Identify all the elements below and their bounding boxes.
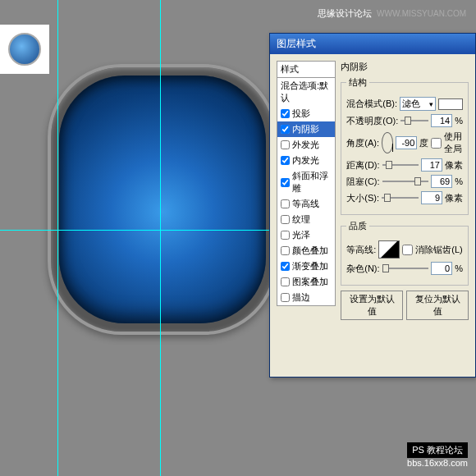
style-label: 图案叠加 (292, 276, 328, 288)
style-item[interactable]: 混合选项:默认 (277, 78, 335, 106)
style-checkbox[interactable] (281, 140, 290, 149)
choke-input[interactable] (431, 175, 452, 188)
style-label: 投影 (292, 108, 310, 120)
style-item[interactable]: 斜面和浮雕 (277, 168, 335, 196)
thumbnail-icon (8, 33, 41, 66)
noise-input[interactable] (431, 262, 452, 275)
noise-label: 杂色(N): (346, 263, 379, 275)
style-item[interactable]: 投影 (277, 106, 335, 121)
style-item[interactable]: 描边 (277, 290, 335, 305)
thumbnail (0, 25, 49, 74)
size-input[interactable] (421, 191, 442, 204)
distance-input[interactable] (421, 158, 442, 172)
bottom-watermark: PS 教程论坛 bbs.16xx8.com (407, 442, 468, 468)
choke-slider[interactable] (382, 181, 429, 182)
style-checkbox[interactable] (281, 262, 290, 271)
style-label: 混合选项:默认 (281, 80, 332, 104)
style-label: 渐变叠加 (292, 260, 328, 272)
style-item[interactable]: 等高线 (277, 196, 335, 212)
structure-group: 结构 混合模式(B): 滤色 不透明度(O): % 角度(A): 度 (341, 76, 469, 215)
style-item[interactable]: 颜色叠加 (277, 243, 335, 259)
angle-dial[interactable] (382, 132, 393, 153)
antialias-checkbox[interactable] (402, 245, 413, 255)
contour-label: 等高线: (346, 244, 376, 256)
canvas-shape-inner (59, 76, 266, 323)
style-label: 等高线 (292, 198, 319, 210)
opacity-input[interactable] (431, 114, 452, 127)
style-checkbox[interactable] (281, 215, 290, 224)
style-item[interactable]: 内发光 (277, 153, 335, 168)
styles-list: 混合选项:默认投影内阴影外发光内发光斜面和浮雕等高线纹理光泽颜色叠加渐变叠加图案… (277, 78, 336, 306)
style-checkbox[interactable] (281, 246, 290, 255)
layer-style-dialog: 图层样式 样式 混合选项:默认投影内阴影外发光内发光斜面和浮雕等高线纹理光泽颜色… (269, 33, 476, 378)
style-checkbox[interactable] (281, 125, 290, 134)
style-label: 描边 (292, 291, 310, 304)
guide-vertical-2 (57, 0, 58, 476)
style-item[interactable]: 内阴影 (277, 121, 335, 137)
styles-header[interactable]: 样式 (277, 61, 336, 78)
style-label: 光泽 (292, 229, 310, 241)
guide-vertical (160, 0, 161, 476)
style-label: 颜色叠加 (292, 245, 328, 257)
angle-label: 角度(A): (346, 137, 379, 149)
panel-title: 内阴影 (341, 61, 469, 73)
top-watermark: 思缘设计论坛WWW.MISSYUAN.COM (318, 7, 466, 20)
style-item[interactable]: 渐变叠加 (277, 259, 335, 274)
style-label: 内发光 (292, 154, 319, 167)
color-swatch[interactable] (438, 98, 463, 110)
size-slider[interactable] (382, 197, 419, 199)
size-label: 大小(S): (346, 192, 379, 204)
distance-label: 距离(D): (346, 159, 379, 172)
style-item[interactable]: 光泽 (277, 227, 335, 243)
style-checkbox[interactable] (281, 231, 290, 240)
style-label: 内阴影 (292, 123, 319, 135)
canvas-shape-outer (48, 64, 277, 335)
style-checkbox[interactable] (281, 277, 290, 286)
reset-default-button[interactable]: 复位为默认值 (406, 291, 469, 320)
opacity-label: 不透明度(O): (346, 115, 398, 127)
settings-panel: 内阴影 结构 混合模式(B): 滤色 不透明度(O): % 角度(A): (341, 61, 469, 320)
blend-label: 混合模式(B): (346, 98, 397, 110)
style-checkbox[interactable] (281, 178, 290, 187)
style-item[interactable]: 外发光 (277, 137, 335, 153)
style-checkbox[interactable] (281, 293, 290, 302)
style-label: 纹理 (292, 213, 310, 226)
style-item[interactable]: 纹理 (277, 212, 335, 227)
opacity-slider[interactable] (400, 120, 428, 121)
styles-panel: 样式 混合选项:默认投影内阴影外发光内发光斜面和浮雕等高线纹理光泽颜色叠加渐变叠… (277, 61, 336, 320)
style-checkbox[interactable] (281, 109, 290, 118)
angle-input[interactable] (396, 136, 417, 149)
quality-group: 品质 等高线: 消除锯齿(L) 杂色(N): % (341, 220, 469, 286)
global-light-checkbox[interactable] (431, 138, 442, 149)
distance-slider[interactable] (382, 164, 419, 166)
style-checkbox[interactable] (281, 156, 290, 165)
style-checkbox[interactable] (281, 199, 290, 208)
set-default-button[interactable]: 设置为默认值 (341, 291, 403, 320)
style-label: 斜面和浮雕 (292, 170, 332, 195)
style-item[interactable]: 图案叠加 (277, 274, 335, 290)
noise-slider[interactable] (382, 268, 429, 269)
blend-mode-dropdown[interactable]: 滤色 (400, 97, 436, 111)
choke-label: 阻塞(C): (346, 176, 379, 188)
dialog-title[interactable]: 图层样式 (270, 34, 475, 54)
style-label: 外发光 (292, 139, 319, 151)
contour-picker[interactable] (378, 240, 400, 259)
